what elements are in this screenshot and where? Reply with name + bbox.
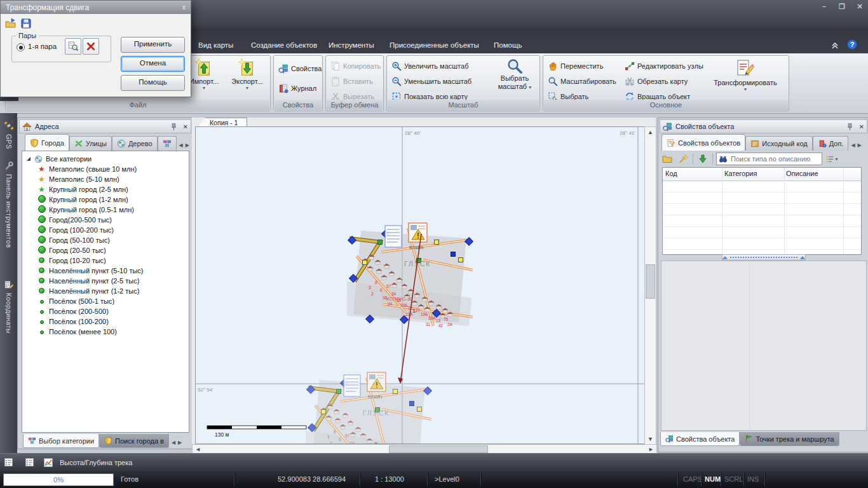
- tree-item[interactable]: Посёлок (200-500): [22, 306, 189, 316]
- dialog-title-bar[interactable]: Трансформация сдвига x: [1, 1, 191, 14]
- tab-extra[interactable]: Доп.: [813, 136, 849, 151]
- tab-category-select[interactable]: Выбор категории: [23, 434, 99, 448]
- tree-item[interactable]: Посёлок (500-1 тыс): [22, 296, 189, 306]
- pin-icon[interactable]: [170, 123, 178, 131]
- ribbon-tab-map-view[interactable]: Вид карты: [194, 39, 237, 51]
- tree-item[interactable]: Населённый пункт (2-5 тыс): [22, 276, 189, 286]
- wizard-button[interactable]: [677, 152, 689, 165]
- tree-item[interactable]: Крупный город (0.5-1 млн): [22, 205, 189, 215]
- journal-button[interactable]: Журнал: [278, 82, 316, 95]
- ribbon-tab-tools[interactable]: Инструменты: [325, 39, 378, 51]
- tab-scroll-arrows[interactable]: ◀▶: [179, 142, 192, 151]
- move-button[interactable]: Переместить: [548, 60, 603, 72]
- scroll-left-icon[interactable]: ◄: [195, 445, 201, 453]
- close-icon[interactable]: ✕: [183, 123, 188, 130]
- pair1-radio[interactable]: [17, 43, 25, 51]
- list-icon[interactable]: [25, 458, 34, 467]
- tab-cities[interactable]: Города: [25, 134, 69, 151]
- edit-nodes-button[interactable]: Редактировать узлы: [625, 60, 703, 72]
- dialog-save-button[interactable]: [20, 17, 32, 30]
- tree-item[interactable]: Город (50-100 тыс): [22, 235, 189, 245]
- tree-root[interactable]: Все категории: [22, 154, 189, 164]
- minimize-button[interactable]: –: [817, 3, 831, 11]
- type-search-input[interactable]: [729, 154, 820, 163]
- tree-item[interactable]: ★Мегаполис (свыше 10 млн): [22, 164, 189, 174]
- type-search-box[interactable]: [716, 152, 822, 165]
- tree-item[interactable]: ★Крупный город (2-5 млн): [22, 184, 189, 194]
- chart-icon[interactable]: [43, 458, 53, 468]
- tab-category-icon[interactable]: [158, 136, 177, 151]
- tab-object-properties[interactable]: Свойства объектов: [661, 134, 745, 151]
- transform-button[interactable]: Трансформировать▾: [706, 58, 785, 92]
- tab-tree[interactable]: Дерево: [112, 136, 158, 151]
- tab-track-route-points[interactable]: Точки трека и маршрута: [740, 432, 839, 446]
- vscroll-thumb[interactable]: [646, 264, 655, 299]
- tree-item[interactable]: Населённый пункт (5-10 тыс): [22, 266, 189, 276]
- tree-item[interactable]: Населённый пункт (1-2 тыс): [22, 286, 189, 296]
- map-canvas[interactable]: 3826573834352433Б232721А19Б18А137531422А…: [196, 127, 644, 444]
- restore-button[interactable]: ❐: [835, 3, 849, 11]
- help-icon[interactable]: [846, 39, 858, 50]
- help-button[interactable]: Помощь: [121, 75, 185, 91]
- apply-button[interactable]: Применить: [121, 37, 185, 53]
- green-dot-icon: [37, 308, 46, 315]
- scroll-up-icon[interactable]: ▲: [645, 128, 656, 136]
- pair-delete-button[interactable]: [83, 38, 99, 55]
- choose-scale-button[interactable]: Выбрать масштаб ▾: [494, 58, 536, 91]
- pairs-group-label: Пары: [16, 32, 39, 39]
- orange-star-icon: ★: [37, 175, 46, 183]
- dialog-close-icon[interactable]: x: [182, 4, 186, 11]
- pair1-radio-label[interactable]: 1-я пара: [28, 43, 57, 50]
- shift-transform-dialog: Трансформация сдвига x Пары 1-я пара При…: [0, 0, 191, 97]
- view-list-button[interactable]: ▾: [825, 152, 838, 165]
- tree-item[interactable]: Посёлок (100-200): [22, 316, 189, 327]
- tree-item[interactable]: Город(200-500 тыс): [22, 215, 189, 225]
- sidebar-item-toolbox[interactable]: Панель инструментов: [0, 161, 17, 248]
- tab-streets[interactable]: Улицы: [69, 136, 112, 151]
- map-canvas-frame: 3826573834352433Б232721А19Б18А137531422А…: [195, 126, 645, 444]
- tree-item[interactable]: Крупный город (1-2 млн): [22, 194, 189, 205]
- sidebar-item-gps[interactable]: GPS: [0, 121, 17, 149]
- scale-tool-button[interactable]: Масштабировать: [548, 75, 616, 88]
- green-down-arrow-icon: [698, 154, 708, 164]
- panel-splitter[interactable]: [722, 254, 806, 261]
- types-table[interactable]: Код Категория Описание: [662, 167, 862, 255]
- map-vscrollbar[interactable]: ▲ ▼: [644, 126, 656, 445]
- dropdown-arrow-icon: ▾: [706, 87, 785, 92]
- ribbon-tab-attached-objects[interactable]: Присоединенные объекты: [386, 39, 483, 51]
- ribbon-tab-help[interactable]: Помощь: [490, 39, 526, 51]
- close-icon[interactable]: ✕: [859, 123, 864, 130]
- zoom-in-button[interactable]: Увеличить масштаб: [391, 60, 468, 72]
- tree-item[interactable]: ★Мегаполис (5-10 млн): [22, 174, 189, 184]
- zoom-out-button[interactable]: Уменьшить масштаб: [391, 75, 471, 88]
- tree-item[interactable]: Город (20-50 тыс): [22, 245, 189, 255]
- tree-item[interactable]: Город (10-20 тыс): [22, 255, 189, 266]
- tab-scroll-arrows[interactable]: ◀▶: [851, 142, 864, 151]
- tab-object-properties-bottom[interactable]: Свойства объекта: [660, 432, 740, 446]
- dialog-open-button[interactable]: [4, 17, 17, 30]
- notes-icon[interactable]: [4, 458, 13, 467]
- scroll-right-icon[interactable]: ►: [648, 445, 654, 453]
- tab-scroll-arrows[interactable]: ◀▶: [172, 440, 184, 448]
- tree-item[interactable]: Город (100-200 тыс): [22, 225, 189, 235]
- collapse-ribbon-icon[interactable]: [830, 40, 840, 50]
- cancel-button[interactable]: Отмена: [121, 56, 185, 72]
- export-button[interactable]: Экспорт...▾: [226, 58, 268, 90]
- hscroll-thumb[interactable]: [389, 445, 488, 453]
- pin-icon[interactable]: [846, 123, 854, 131]
- apply-down-button[interactable]: [696, 152, 709, 165]
- tab-city-search[interactable]: Поиск города в: [99, 434, 169, 448]
- close-button[interactable]: ✕: [853, 3, 867, 11]
- expander-icon[interactable]: [26, 156, 31, 161]
- dock-tab-height-depth[interactable]: Высота/Глубина трека: [60, 459, 132, 466]
- open-button[interactable]: [661, 152, 674, 165]
- scroll-down-icon[interactable]: ▼: [645, 435, 656, 443]
- ribbon-tab-create-objects[interactable]: Создание объектов: [247, 39, 321, 51]
- crop-map-button[interactable]: Обрезать карту: [625, 75, 688, 88]
- sidebar-item-coordinates[interactable]: Координаты: [0, 280, 17, 334]
- tree-item[interactable]: Посёлок (менее 100): [22, 327, 189, 337]
- green-circle-icon: [37, 287, 46, 295]
- tab-source-code[interactable]: Исходный код: [745, 136, 813, 151]
- pair-copy-button[interactable]: [65, 38, 81, 55]
- properties-button[interactable]: Свойства: [278, 62, 322, 75]
